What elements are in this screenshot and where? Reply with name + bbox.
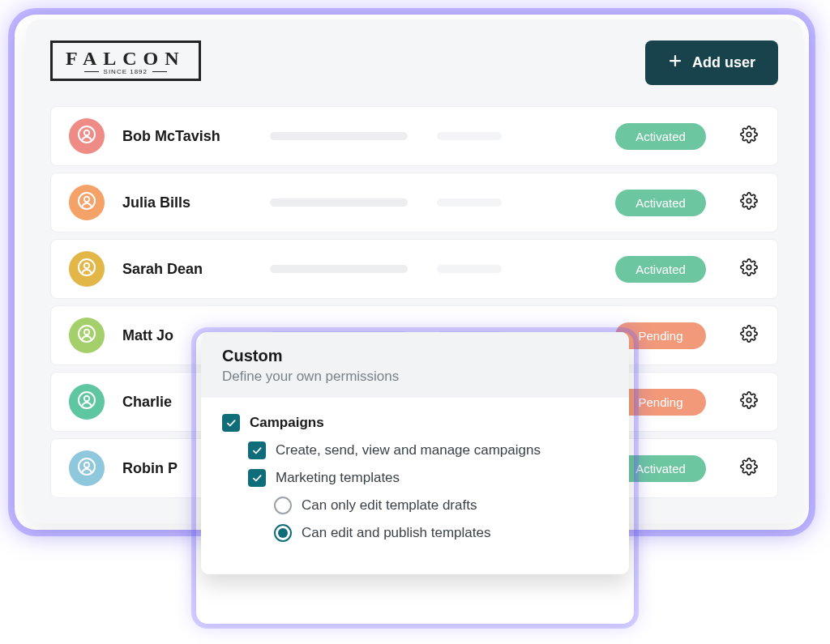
gear-icon (740, 391, 758, 412)
user-icon (77, 390, 96, 413)
svg-point-6 (84, 197, 89, 202)
brand-name: FALCON (66, 48, 186, 70)
popover-header: Custom Define your own permissions (201, 332, 629, 398)
popover-body: Campaigns Create, send, view and manage … (201, 398, 629, 574)
svg-point-19 (747, 464, 751, 469)
svg-point-13 (747, 331, 751, 336)
gear-icon (740, 258, 758, 279)
status-badge: Activated (615, 256, 706, 283)
option-edit-publish: Can edit and publish templates (274, 524, 608, 542)
placeholder-bar (437, 198, 502, 207)
user-icon (77, 457, 96, 480)
user-row: Sarah DeanActivated (50, 239, 778, 299)
gear-icon (740, 192, 758, 213)
svg-point-11 (79, 326, 95, 342)
option-edit-drafts: Can only edit template drafts (274, 497, 608, 514)
gear-icon (740, 325, 758, 346)
panel-header: FALCON SINCE 1892 Add user (50, 41, 778, 85)
svg-point-12 (84, 330, 89, 335)
radio-edit-drafts[interactable] (274, 497, 292, 514)
user-row: Bob McTavishActivated (50, 106, 778, 166)
permissions-popover: Custom Define your own permissions Campa… (201, 332, 629, 574)
user-settings-button[interactable] (738, 458, 759, 479)
option-label: Can edit and publish templates (302, 525, 490, 541)
permission-campaigns: Campaigns (222, 414, 608, 432)
svg-point-9 (84, 263, 89, 268)
placeholder-bar (437, 132, 502, 140)
user-settings-button[interactable] (738, 325, 759, 346)
permission-create-send: Create, send, view and manage campaigns (248, 441, 608, 459)
svg-point-10 (747, 265, 751, 270)
avatar (69, 118, 105, 154)
checkbox-create-send[interactable] (248, 441, 266, 459)
plus-icon (668, 53, 682, 72)
svg-point-7 (747, 198, 751, 203)
placeholder-bar (270, 198, 408, 207)
user-name: Sarah Dean (122, 261, 252, 278)
svg-point-17 (79, 458, 95, 475)
user-settings-button[interactable] (738, 192, 759, 213)
user-icon (77, 324, 96, 347)
avatar (69, 185, 105, 220)
svg-point-8 (79, 259, 95, 275)
user-settings-button[interactable] (738, 126, 759, 147)
placeholder-bars (270, 198, 597, 207)
radio-edit-publish[interactable] (274, 524, 292, 542)
option-label: Can only edit template drafts (302, 497, 477, 514)
svg-point-5 (79, 193, 95, 209)
placeholder-bar (270, 265, 408, 273)
svg-point-2 (79, 126, 95, 143)
avatar (69, 384, 105, 420)
placeholder-bar (270, 132, 408, 140)
brand-tagline: SINCE 1892 (104, 68, 148, 75)
checkbox-campaigns[interactable] (222, 414, 240, 432)
user-name: Julia Bills (122, 194, 252, 211)
user-row: Julia BillsActivated (50, 173, 778, 232)
placeholder-bars (270, 132, 597, 140)
user-icon (77, 191, 96, 214)
status-badge: Activated (615, 190, 706, 216)
svg-point-4 (747, 132, 751, 137)
svg-point-3 (84, 130, 89, 135)
add-user-label: Add user (692, 54, 755, 71)
avatar (69, 318, 105, 353)
svg-point-14 (79, 392, 95, 408)
avatar (69, 251, 105, 287)
popover-title: Custom (222, 347, 608, 365)
svg-point-16 (747, 398, 751, 403)
permission-marketing-templates: Marketing templates (248, 469, 608, 487)
placeholder-bar (437, 265, 502, 273)
permission-label: Marketing templates (276, 470, 400, 486)
user-icon (77, 125, 96, 147)
user-settings-button[interactable] (738, 391, 759, 412)
gear-icon (740, 126, 758, 147)
brand-logo: FALCON SINCE 1892 (50, 41, 201, 81)
permission-label: Campaigns (250, 415, 324, 431)
gear-icon (740, 458, 758, 479)
user-settings-button[interactable] (738, 258, 759, 279)
svg-point-18 (84, 463, 89, 467)
add-user-button[interactable]: Add user (645, 41, 778, 85)
svg-point-15 (84, 396, 89, 401)
checkbox-marketing-templates[interactable] (248, 469, 266, 487)
avatar (69, 450, 105, 486)
user-icon (77, 258, 96, 280)
user-name: Bob McTavish (122, 128, 252, 145)
permission-label: Create, send, view and manage campaigns (276, 442, 541, 458)
popover-subtitle: Define your own permissions (222, 369, 608, 385)
status-badge: Activated (615, 123, 706, 150)
placeholder-bars (270, 265, 597, 273)
